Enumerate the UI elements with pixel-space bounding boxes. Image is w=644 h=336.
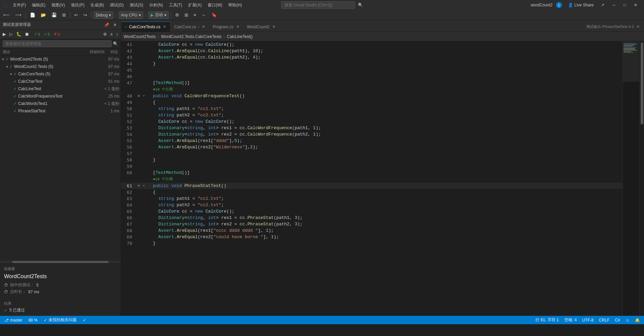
table-row: 68 Assert.AreEqual(res1["cccc dddd dddd … bbox=[121, 227, 622, 234]
status-lineending[interactable]: CRLF bbox=[598, 318, 611, 323]
tab-close-calccoretest[interactable]: ✕ bbox=[162, 24, 167, 29]
liveshare-button[interactable]: 👤 Live Share bbox=[565, 0, 597, 10]
editor-vscroll[interactable] bbox=[639, 41, 644, 316]
menu-project[interactable]: 项目(P) bbox=[68, 2, 87, 9]
code-text: Dictionary<string, int> res2 = cc.Phrase… bbox=[148, 222, 303, 227]
code-lines-container[interactable]: 41 CalcCore cc = new CalcCore(); 42 bbox=[121, 41, 622, 316]
status-spaces[interactable]: 空格: 4 bbox=[563, 317, 578, 323]
list-item[interactable]: ▼ ✓ WordCount2Tests (5) 87 ms bbox=[0, 55, 121, 63]
list-item[interactable]: ✓ CalcWordsTest1 < 1 毫秒 bbox=[0, 100, 121, 107]
list-item[interactable]: ▼ ✓ WordCount2.Tests (5) 87 ms bbox=[0, 63, 121, 70]
status-feedback[interactable]: ☺ bbox=[624, 318, 631, 323]
menu-edit[interactable]: 编辑(E) bbox=[29, 2, 48, 9]
debug-config-dropdown[interactable]: Debug ▾ bbox=[93, 11, 113, 19]
toolbar-new[interactable]: 📄 bbox=[28, 12, 37, 18]
code-with-minimap: 41 CalcCore cc = new CalcCore(); 42 bbox=[121, 41, 644, 316]
pass-icon2: ✓ bbox=[44, 32, 47, 36]
status-bar: ⎇ master 88 % ✓ 未找到相关问题 ✓ 行 61, 字符 1 空格:… bbox=[0, 316, 644, 324]
toolbar-saveall[interactable]: ⊞ bbox=[60, 12, 68, 18]
results-label: 结果 bbox=[4, 301, 117, 306]
left-hscroll[interactable] bbox=[0, 261, 121, 263]
platform-dropdown[interactable]: Any CPU ▾ bbox=[119, 11, 143, 19]
title-search-input[interactable] bbox=[281, 1, 355, 9]
nav-class[interactable]: WordCount2.Tests.CalcCoreTests bbox=[161, 34, 222, 39]
list-item[interactable]: ✓ CalcLineTest < 1 毫秒 bbox=[0, 85, 121, 92]
tab-close-testoutput[interactable]: ✕ bbox=[636, 24, 641, 29]
nav-method[interactable]: CalcLineTest() bbox=[227, 34, 253, 39]
vscroll-thumb[interactable] bbox=[641, 42, 643, 125]
menu-analyze[interactable]: 分析(N) bbox=[147, 2, 166, 9]
list-item[interactable]: ✓ CalcWordFrequenceTest 25 ms bbox=[0, 92, 121, 100]
tab-close-calccore[interactable]: ✕ bbox=[201, 24, 206, 29]
summary-test-count-line: ⏱ 组中的测试： 5 bbox=[4, 282, 117, 288]
menu-window[interactable]: 窗口(W) bbox=[205, 2, 225, 9]
menu-build[interactable]: 生成(B) bbox=[88, 2, 107, 9]
status-line-col[interactable]: 行 61, 字符 1 bbox=[534, 317, 560, 323]
menu-debug[interactable]: 调试(D) bbox=[107, 2, 126, 9]
restore-button[interactable]: □ bbox=[619, 0, 630, 10]
close-button[interactable]: ✕ bbox=[630, 0, 641, 10]
toolbar-extra2[interactable]: ⊞ bbox=[183, 12, 190, 18]
toolbar-extra1[interactable]: ⚙ bbox=[173, 12, 181, 18]
tab-close-program[interactable]: ✕ bbox=[235, 24, 240, 29]
menu-view[interactable]: 视图(V) bbox=[49, 2, 68, 9]
menu-test[interactable]: 测试(S) bbox=[127, 2, 146, 9]
tab-calccoretest[interactable]: ✓ CalcCoreTests.cs ✕ bbox=[121, 22, 171, 32]
menu-extensions[interactable]: 扩展(X) bbox=[186, 2, 204, 9]
code-text: [TestMethod()] bbox=[148, 80, 190, 85]
toolbar-undo[interactable]: ↩ bbox=[72, 12, 80, 18]
tab-program[interactable]: Program.cs ✕ bbox=[209, 22, 243, 32]
group-button[interactable]: ≡ bbox=[109, 32, 114, 37]
toolbar-forward[interactable]: ⟶ bbox=[13, 12, 24, 18]
status-notifications[interactable]: 🔔 bbox=[634, 318, 641, 323]
nav-project[interactable]: WordCount2Tests bbox=[124, 34, 156, 39]
toolbar-back[interactable]: ⟵ bbox=[1, 12, 12, 18]
status-zoom[interactable]: 88 % bbox=[27, 318, 39, 323]
status-branch[interactable]: ⎇ master bbox=[3, 318, 24, 323]
share-icon[interactable]: ↗ bbox=[597, 0, 608, 10]
toolbar-extra3[interactable]: ≡ bbox=[192, 12, 198, 18]
code-text: } bbox=[148, 241, 156, 246]
line-number: 58 bbox=[121, 157, 136, 163]
status-check[interactable]: ✓ bbox=[81, 318, 87, 323]
filter-button[interactable]: ⚙ bbox=[102, 32, 108, 37]
status-pass-indicator[interactable]: ✓ 未找到相关问题 bbox=[42, 317, 78, 323]
list-item[interactable]: ✓ PhraseStatTest 1 ms bbox=[0, 107, 121, 115]
close-panel-button[interactable]: ✕ bbox=[112, 22, 118, 28]
stop-test-button[interactable]: ⏹ bbox=[24, 31, 31, 37]
fail-badge[interactable]: ✗ 0 bbox=[52, 32, 61, 37]
minimize-button[interactable]: ─ bbox=[608, 0, 619, 10]
toolbar-open[interactable]: 📂 bbox=[39, 12, 48, 18]
tab-close-wordcount2[interactable]: ✕ bbox=[271, 24, 276, 29]
sort-button[interactable]: ↕ bbox=[115, 32, 119, 37]
line-number: 48 bbox=[121, 93, 136, 99]
tab-calccore[interactable]: CalcCore.cs · ✕ bbox=[171, 22, 209, 32]
toolbar-save[interactable]: 💾 bbox=[49, 12, 59, 18]
test-item-name: CalcWordsTest1 bbox=[18, 101, 92, 106]
run-selected-button[interactable]: ▷ bbox=[8, 31, 14, 37]
status-language[interactable]: C# bbox=[613, 318, 621, 323]
pin-button[interactable]: 📌 bbox=[103, 22, 111, 28]
menu-tools[interactable]: 工具(T) bbox=[166, 2, 185, 9]
tab-testoutput[interactable]: 测试输出-PhraseStatTest-4-2 ✕ bbox=[583, 22, 644, 32]
list-item[interactable]: ▼ ✓ CalcCoreTests (5) 87 ms bbox=[0, 70, 121, 78]
status-encoding[interactable]: UTF-8 bbox=[581, 318, 595, 323]
test-search-input[interactable] bbox=[3, 40, 112, 47]
pass-badge2[interactable]: ✓ 5 bbox=[42, 32, 51, 37]
expand-icon: ▼ bbox=[5, 65, 9, 69]
toolbar-extra4[interactable]: ↔ bbox=[200, 12, 208, 18]
fold-indicator[interactable]: ▾ bbox=[142, 93, 146, 99]
menu-help[interactable]: 帮助(H) bbox=[226, 2, 245, 9]
list-item[interactable]: ✓ CalcCharTest 61 ms bbox=[0, 78, 121, 85]
toolbar-redo[interactable]: ↪ bbox=[81, 12, 89, 18]
toolbar-extra5[interactable]: 🔖 bbox=[209, 12, 219, 18]
tab-wordcount2[interactable]: WordCount2 ✕ bbox=[244, 22, 280, 32]
menu-file[interactable]: 文件(F) bbox=[10, 2, 29, 9]
fold-indicator[interactable]: ▾ bbox=[142, 183, 146, 189]
pass-badge[interactable]: ✓ 5 bbox=[33, 32, 42, 37]
run-all-button[interactable]: ▶ bbox=[1, 31, 7, 37]
start-button[interactable]: ▶ 启动 ▾ bbox=[148, 11, 169, 19]
debug-test-button[interactable]: 🐛 bbox=[15, 31, 23, 37]
code-text: public void CalcWordFrequenceTest() bbox=[148, 94, 245, 99]
code-content: string path2 = "cc2.txt"; bbox=[146, 112, 622, 118]
